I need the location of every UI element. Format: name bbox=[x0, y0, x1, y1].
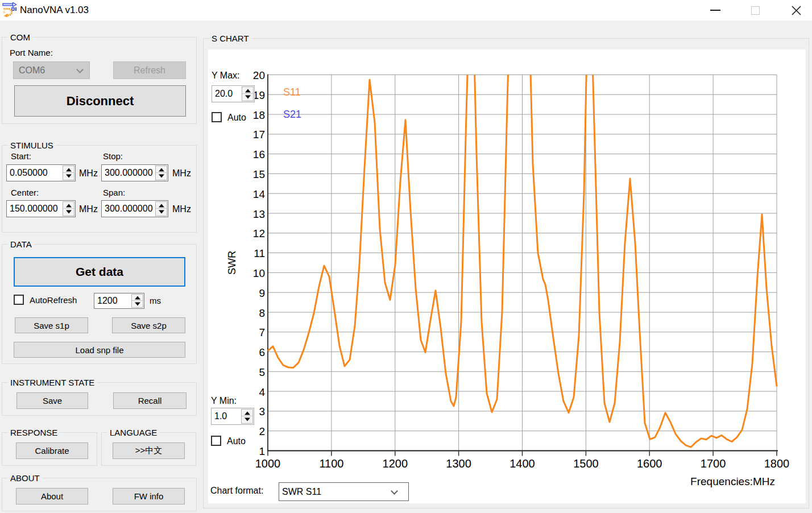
svg-text:20: 20 bbox=[253, 69, 265, 81]
svg-text:10: 10 bbox=[253, 267, 265, 279]
svg-text:7: 7 bbox=[259, 326, 265, 338]
svg-text:1400: 1400 bbox=[509, 457, 535, 470]
svg-text:3: 3 bbox=[259, 406, 265, 417]
svg-text:8: 8 bbox=[259, 307, 265, 319]
svg-text:1200: 1200 bbox=[383, 457, 408, 470]
svg-text:1600: 1600 bbox=[637, 457, 662, 470]
svg-text:6: 6 bbox=[259, 346, 265, 358]
svg-text:1000: 1000 bbox=[255, 457, 281, 470]
svg-text:4: 4 bbox=[259, 386, 265, 398]
svg-text:17: 17 bbox=[253, 129, 265, 140]
svg-text:1800: 1800 bbox=[764, 457, 790, 470]
svg-text:S11: S11 bbox=[283, 86, 301, 98]
svg-text:16: 16 bbox=[253, 148, 265, 160]
svg-text:SWR: SWR bbox=[226, 251, 238, 275]
svg-text:Frequencies:MHz: Frequencies:MHz bbox=[690, 475, 775, 487]
svg-text:19: 19 bbox=[253, 89, 265, 101]
svg-text:5: 5 bbox=[259, 366, 265, 378]
svg-text:14: 14 bbox=[253, 188, 266, 200]
svg-text:S21: S21 bbox=[283, 109, 301, 120]
svg-text:2: 2 bbox=[259, 425, 265, 437]
svg-text:13: 13 bbox=[253, 208, 265, 220]
svg-text:1700: 1700 bbox=[701, 457, 726, 470]
svg-text:9: 9 bbox=[259, 287, 265, 299]
svg-text:1100: 1100 bbox=[319, 457, 343, 470]
svg-text:12: 12 bbox=[253, 227, 265, 239]
svg-text:1500: 1500 bbox=[573, 457, 599, 470]
svg-text:18: 18 bbox=[253, 109, 265, 121]
svg-text:1300: 1300 bbox=[446, 457, 471, 470]
svg-text:11: 11 bbox=[254, 247, 265, 259]
svg-text:15: 15 bbox=[253, 168, 265, 180]
svg-text:1: 1 bbox=[259, 445, 265, 457]
